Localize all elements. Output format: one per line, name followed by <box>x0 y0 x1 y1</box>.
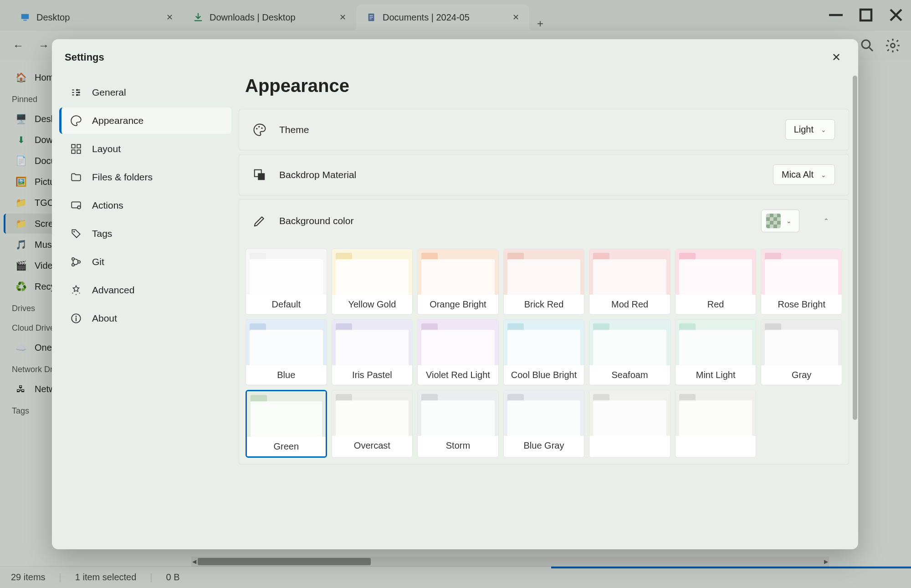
color-swatch-rose-bright[interactable]: Rose Bright <box>761 249 842 315</box>
color-swatch-gray[interactable]: Gray <box>761 319 842 385</box>
svg-point-11 <box>76 89 78 91</box>
chevron-down-icon: ⌄ <box>786 217 792 225</box>
color-swatch-brick-red[interactable]: Brick Red <box>503 249 585 315</box>
theme-card: Theme Light ⌄ <box>239 109 849 150</box>
color-swatch-unnamed[interactable] <box>675 390 757 458</box>
modal-title: Settings <box>65 51 104 63</box>
nav-icon <box>70 171 82 183</box>
settings-nav-tags[interactable]: Tags <box>59 220 231 247</box>
svg-point-32 <box>261 127 262 128</box>
svg-point-25 <box>79 292 80 293</box>
color-swatch-cool-blue-bright[interactable]: Cool Blue Bright <box>503 319 585 385</box>
backdrop-icon <box>253 168 266 182</box>
modal-header: Settings ✕ <box>52 39 858 71</box>
collapse-button[interactable]: ⌃ <box>818 212 835 230</box>
svg-point-26 <box>76 294 77 295</box>
svg-rect-15 <box>77 144 81 148</box>
svg-rect-17 <box>77 150 81 153</box>
color-swatch-iris-pastel[interactable]: Iris Pastel <box>332 319 413 385</box>
nav-icon <box>70 143 82 155</box>
color-swatch-violet-red-light[interactable]: Violet Red Light <box>417 319 499 385</box>
settings-nav: GeneralAppearanceLayoutFiles & foldersAc… <box>52 71 239 549</box>
settings-modal: Settings ✕ GeneralAppearanceLayoutFiles … <box>52 39 858 549</box>
color-swatch-blue[interactable]: Blue <box>246 319 327 385</box>
svg-point-30 <box>256 128 257 129</box>
settings-nav-about[interactable]: About <box>59 305 231 332</box>
svg-point-22 <box>72 264 74 266</box>
color-swatch-overcast[interactable]: Overcast <box>332 390 413 458</box>
color-swatch-blue-gray[interactable]: Blue Gray <box>503 390 585 458</box>
svg-point-12 <box>78 92 80 93</box>
nav-icon <box>70 284 82 296</box>
settings-nav-actions[interactable]: Actions <box>59 192 231 219</box>
svg-point-13 <box>76 94 78 96</box>
svg-point-23 <box>78 261 80 263</box>
chevron-down-icon: ⌄ <box>821 171 826 179</box>
modal-overlay[interactable]: Settings ✕ GeneralAppearanceLayoutFiles … <box>0 0 911 588</box>
color-swatch-mod-red[interactable]: Mod Red <box>589 249 670 315</box>
color-swatch-unnamed[interactable] <box>589 390 670 458</box>
color-swatch-grid: DefaultYellow GoldOrange BrightBrick Red… <box>239 242 849 464</box>
settings-nav-layout[interactable]: Layout <box>59 136 231 162</box>
nav-icon <box>70 115 82 127</box>
modal-body: GeneralAppearanceLayoutFiles & foldersAc… <box>52 71 858 549</box>
color-swatch-mint-light[interactable]: Mint Light <box>675 319 757 385</box>
chevron-down-icon: ⌄ <box>821 126 826 133</box>
settings-nav-appearance[interactable]: Appearance <box>59 107 231 134</box>
nav-icon <box>70 87 82 98</box>
settings-nav-git[interactable]: Git <box>59 249 231 275</box>
color-swatch-icon <box>766 214 781 228</box>
color-swatch-red[interactable]: Red <box>675 249 757 315</box>
theme-dropdown[interactable]: Light ⌄ <box>785 119 835 140</box>
nav-icon <box>70 199 82 211</box>
nav-icon <box>70 256 82 268</box>
svg-rect-16 <box>72 150 75 153</box>
svg-point-21 <box>72 258 74 260</box>
backdrop-card: Backdrop Material Mica Alt ⌄ <box>239 154 849 195</box>
color-swatch-yellow-gold[interactable]: Yellow Gold <box>332 249 413 315</box>
bgcolor-picker[interactable]: ⌄ <box>761 210 799 232</box>
nav-icon <box>70 312 82 324</box>
svg-rect-34 <box>258 173 265 180</box>
settings-nav-general[interactable]: General <box>59 79 231 106</box>
nav-icon <box>70 228 82 240</box>
backdrop-label: Backdrop Material <box>279 169 760 180</box>
settings-nav-files-folders[interactable]: Files & folders <box>59 164 231 190</box>
color-swatch-default[interactable]: Default <box>246 249 327 315</box>
color-swatch-storm[interactable]: Storm <box>417 390 499 458</box>
page-title: Appearance <box>239 71 849 109</box>
settings-content: Appearance Theme Light ⌄ Backdrop <box>239 71 858 549</box>
scrollbar[interactable] <box>853 76 857 420</box>
color-swatch-green[interactable]: Green <box>246 390 327 458</box>
svg-point-31 <box>258 126 260 127</box>
svg-rect-14 <box>72 144 75 148</box>
bgcolor-card: Background color ⌄ ⌃ DefaultYellow GoldO… <box>239 199 849 465</box>
backdrop-dropdown[interactable]: Mica Alt ⌄ <box>773 164 835 185</box>
settings-nav-advanced[interactable]: Advanced <box>59 277 231 303</box>
svg-point-19 <box>77 206 81 209</box>
theme-label: Theme <box>279 124 773 135</box>
bgcolor-label: Background color <box>279 215 748 226</box>
color-swatch-orange-bright[interactable]: Orange Bright <box>417 249 499 315</box>
svg-point-20 <box>73 231 75 232</box>
color-swatch-seafoam[interactable]: Seafoam <box>589 319 670 385</box>
palette-icon <box>253 123 266 137</box>
close-icon[interactable]: ✕ <box>827 48 845 66</box>
brush-icon <box>253 214 266 228</box>
svg-point-24 <box>72 292 73 293</box>
